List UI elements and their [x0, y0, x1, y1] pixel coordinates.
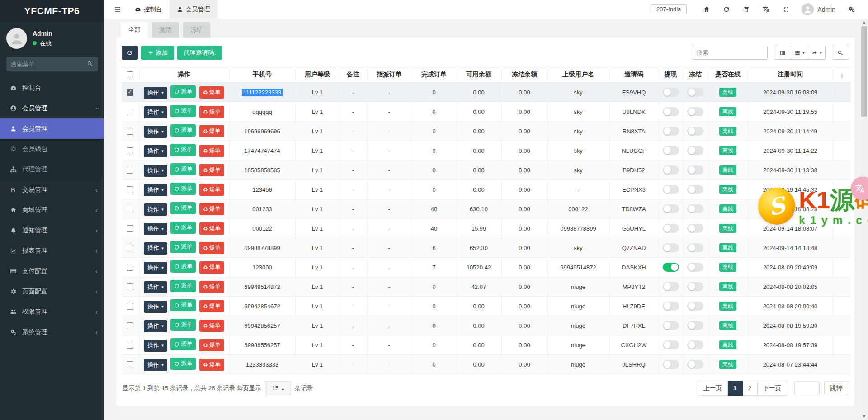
- freeze-toggle[interactable]: [687, 107, 703, 116]
- freeze-toggle[interactable]: [687, 282, 703, 291]
- add-button[interactable]: ＋添加: [141, 46, 174, 60]
- withdraw-toggle[interactable]: [663, 282, 679, 291]
- sidebar-item-会员管理[interactable]: 会员管理‹: [0, 98, 104, 118]
- agent-invite-code-button[interactable]: 代理邀请码:: [177, 46, 222, 60]
- withdraw-toggle[interactable]: [663, 224, 679, 233]
- freeze-toggle[interactable]: [687, 321, 703, 330]
- freeze-toggle[interactable]: [687, 302, 703, 311]
- row-action-button[interactable]: 操作▾: [144, 340, 167, 352]
- select-all-checkbox[interactable]: [127, 71, 133, 78]
- scroll-down-icon[interactable]: ▼: [860, 414, 868, 419]
- jump-page-input[interactable]: [794, 381, 820, 395]
- row-action-button[interactable]: 操作▾: [144, 281, 167, 293]
- row-checkbox[interactable]: [127, 361, 133, 368]
- detail-view-button[interactable]: [774, 46, 791, 60]
- row-burst-button[interactable]: ♻爆单: [199, 281, 224, 293]
- withdraw-toggle[interactable]: [663, 204, 679, 213]
- sidebar-item-通知管理[interactable]: 通知管理‹: [0, 220, 104, 241]
- row-burst-button[interactable]: ♻爆单: [199, 222, 224, 235]
- row-burst-button[interactable]: ♻爆单: [199, 164, 224, 176]
- sort-icon[interactable]: ▲▼: [840, 73, 844, 79]
- withdraw-toggle[interactable]: [663, 185, 679, 194]
- row-dispatch-button[interactable]: 派单: [170, 124, 196, 137]
- row-burst-button[interactable]: ♻爆单: [199, 145, 224, 157]
- sidebar-item-控制台[interactable]: 控制台: [0, 78, 104, 98]
- table-search-input[interactable]: [692, 46, 768, 60]
- row-burst-button[interactable]: ♻爆单: [199, 261, 224, 274]
- withdraw-toggle[interactable]: [663, 243, 679, 252]
- row-action-button[interactable]: 操作▾: [144, 242, 167, 255]
- row-burst-button[interactable]: ♻爆单: [199, 203, 224, 215]
- tab-member-management[interactable]: 会员管理: [170, 0, 217, 19]
- row-burst-button[interactable]: ♻爆单: [199, 106, 224, 118]
- home-button[interactable]: [697, 0, 717, 19]
- freeze-toggle[interactable]: [687, 165, 703, 175]
- sidebar-item-报表管理[interactable]: 报表管理‹: [0, 241, 104, 261]
- row-dispatch-button[interactable]: 派单: [170, 358, 196, 370]
- row-action-button[interactable]: 操作▾: [144, 87, 167, 99]
- row-burst-button[interactable]: ♻爆单: [199, 125, 224, 137]
- row-burst-button[interactable]: ♻爆单: [199, 359, 224, 371]
- row-checkbox[interactable]: [127, 225, 133, 232]
- freeze-toggle[interactable]: [687, 185, 703, 194]
- tab-dashboard[interactable]: 控制台: [127, 0, 170, 19]
- scrollbar-thumb[interactable]: [861, 26, 867, 117]
- row-action-button[interactable]: 操作▾: [144, 145, 167, 157]
- row-checkbox[interactable]: [127, 109, 133, 115]
- row-checkbox[interactable]: [127, 322, 133, 329]
- page-scrollbar[interactable]: ▲ ▼: [860, 19, 868, 420]
- advanced-search-button[interactable]: [832, 46, 849, 60]
- region-selector[interactable]: 207-India: [651, 4, 687, 14]
- withdraw-toggle[interactable]: [663, 88, 679, 97]
- withdraw-toggle[interactable]: [663, 107, 679, 116]
- row-dispatch-button[interactable]: 派单: [170, 163, 196, 175]
- row-burst-button[interactable]: ♻爆单: [199, 300, 224, 312]
- withdraw-toggle[interactable]: [663, 165, 679, 175]
- row-action-button[interactable]: 操作▾: [144, 165, 167, 177]
- freeze-toggle[interactable]: [687, 263, 703, 272]
- row-checkbox[interactable]: [127, 128, 133, 135]
- row-action-button[interactable]: 操作▾: [144, 223, 167, 235]
- scroll-up-icon[interactable]: ▲: [860, 20, 868, 24]
- row-dispatch-button[interactable]: 派单: [170, 319, 196, 331]
- row-burst-button[interactable]: ♻爆单: [199, 86, 224, 99]
- page-button-1[interactable]: 1: [728, 381, 743, 396]
- export-button[interactable]: ▾: [808, 46, 826, 60]
- row-burst-button[interactable]: ♻爆单: [199, 339, 224, 351]
- filter-tab-active[interactable]: 激活: [152, 22, 179, 38]
- sidebar-item-支付配置[interactable]: 支付配置‹: [0, 261, 104, 281]
- row-checkbox[interactable]: [127, 206, 133, 212]
- clear-cache-button[interactable]: [736, 0, 756, 19]
- row-action-button[interactable]: 操作▾: [144, 320, 167, 332]
- freeze-toggle[interactable]: [687, 224, 703, 233]
- row-checkbox[interactable]: [127, 283, 133, 290]
- next-page-button[interactable]: 下一页: [758, 381, 788, 396]
- columns-button[interactable]: ▾: [791, 46, 808, 60]
- row-dispatch-button[interactable]: 派单: [170, 241, 196, 253]
- row-action-button[interactable]: 操作▾: [144, 262, 167, 274]
- withdraw-toggle[interactable]: [663, 360, 679, 369]
- withdraw-toggle[interactable]: [663, 127, 679, 136]
- filter-tab-frozen[interactable]: 冻结: [183, 22, 210, 38]
- navbar-avatar[interactable]: [802, 3, 814, 15]
- row-action-button[interactable]: 操作▾: [144, 184, 167, 196]
- refresh-button[interactable]: [717, 0, 736, 19]
- sidebar-item-会员钱包[interactable]: ©会员钱包: [0, 139, 104, 159]
- row-dispatch-button[interactable]: 派单: [170, 183, 196, 195]
- freeze-toggle[interactable]: [687, 88, 703, 97]
- sidebar-item-会员管理[interactable]: 会员管理: [0, 118, 104, 139]
- withdraw-toggle[interactable]: [663, 302, 679, 311]
- row-action-button[interactable]: 操作▾: [144, 126, 167, 138]
- row-dispatch-button[interactable]: 派单: [170, 260, 196, 273]
- filter-tab-all[interactable]: 全部: [121, 22, 148, 38]
- row-action-button[interactable]: 操作▾: [144, 106, 167, 118]
- sidebar-item-商城管理[interactable]: 商城管理‹: [0, 200, 104, 220]
- sidebar-item-代理管理[interactable]: 代理管理: [0, 159, 104, 179]
- sidebar-item-交易管理[interactable]: Ƀ交易管理‹: [0, 179, 104, 200]
- row-action-button[interactable]: 操作▾: [144, 359, 167, 371]
- row-checkbox[interactable]: [127, 245, 133, 251]
- navbar-username[interactable]: Admin: [817, 6, 835, 13]
- page-size-select[interactable]: 15▴: [265, 381, 291, 395]
- withdraw-toggle[interactable]: [663, 340, 679, 349]
- row-action-button[interactable]: 操作▾: [144, 203, 167, 216]
